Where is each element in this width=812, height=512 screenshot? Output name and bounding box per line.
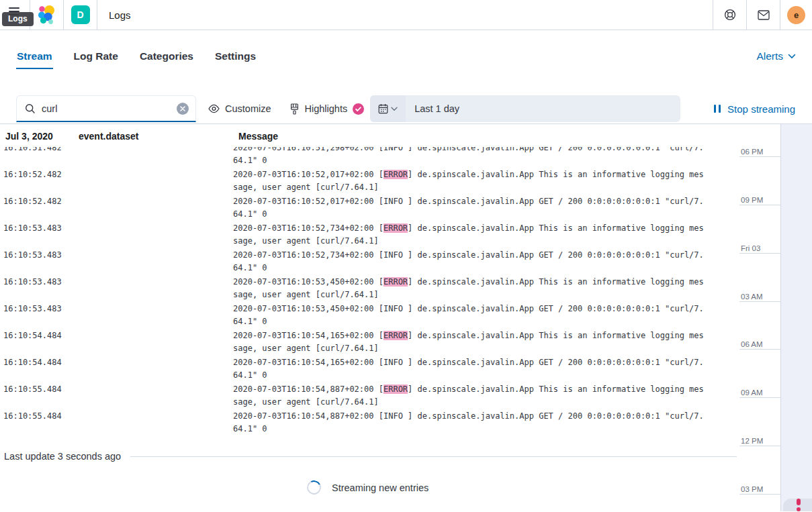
log-message: 2020-07-03T16:10:54,887+02:00 [INFO ] de… <box>233 410 706 436</box>
chevron-down-icon <box>391 107 398 111</box>
calendar-dropdown-button[interactable] <box>370 95 406 122</box>
log-row[interactable]: 16:10:55.4842020-07-03T16:10:54,887+02:0… <box>0 382 737 409</box>
envelope-icon <box>758 10 770 20</box>
clear-search-button[interactable] <box>177 103 189 115</box>
log-message: 2020-07-03T16:10:52,734+02:00 [ERROR] de… <box>233 222 706 248</box>
time-tick-label: 09 AM <box>739 389 780 397</box>
tab-settings[interactable]: Settings <box>214 49 257 69</box>
time-tick: 03 PM <box>739 485 780 495</box>
newsfeed-button[interactable] <box>747 0 780 30</box>
log-row[interactable]: 16:10:55.4842020-07-03T16:10:54,887+02:0… <box>0 409 737 436</box>
minimap-density-mark <box>797 507 801 511</box>
time-tick-line <box>739 301 780 302</box>
highlights-button[interactable]: Highlights <box>289 95 365 122</box>
tab-stream[interactable]: Stream <box>16 49 53 69</box>
log-message: 2020-07-03T16:10:52,734+02:00 [INFO ] de… <box>233 249 706 274</box>
log-level: INFO <box>384 358 408 367</box>
menu-tooltip: Logs <box>2 12 34 26</box>
time-tick: 09 PM <box>739 196 780 205</box>
minimap-panel[interactable] <box>780 124 812 511</box>
time-tick-label: 03 AM <box>739 293 780 301</box>
log-row[interactable]: 16:10:54.4842020-07-03T16:10:54,165+02:0… <box>0 328 737 355</box>
user-avatar[interactable]: e <box>787 6 805 24</box>
time-tick-line <box>739 349 780 350</box>
time-tick-label: 06 PM <box>739 148 780 156</box>
log-row[interactable]: 16:10:53.4832020-07-03T16:10:53,450+02:0… <box>0 274 737 301</box>
time-tick-line <box>739 494 780 495</box>
toolbar: Customize Highlights <box>0 79 812 124</box>
time-tick-label: 06 AM <box>739 340 780 348</box>
help-button[interactable] <box>713 0 746 30</box>
time-tick-label: 12 PM <box>739 437 780 445</box>
time-tick-label: 03 PM <box>739 485 780 493</box>
page-title: Logs <box>109 9 131 21</box>
loading-spinner-icon <box>305 478 322 496</box>
streaming-label: Streaming new entries <box>332 482 428 493</box>
search-icon <box>25 103 36 114</box>
column-header-event-dataset[interactable]: event.dataset <box>79 131 138 142</box>
log-row[interactable]: 16:10:53.4832020-07-03T16:10:53,450+02:0… <box>0 301 737 328</box>
log-row[interactable]: 16:10:54.4842020-07-03T16:10:54,165+02:0… <box>0 355 737 382</box>
time-tick: 03 AM <box>739 293 780 302</box>
log-timestamp: 16:10:53.483 <box>3 249 62 262</box>
log-row[interactable]: 16:10:53.4832020-07-03T16:10:52,734+02:0… <box>0 248 737 274</box>
alerts-label: Alerts <box>756 50 783 62</box>
log-level: INFO <box>384 304 408 313</box>
time-tick: 06 PM <box>739 148 780 157</box>
log-level: INFO <box>384 197 408 206</box>
highlights-label: Highlights <box>305 103 348 114</box>
streaming-indicator: Streaming new entries <box>307 480 428 495</box>
log-timestamp: 16:10:54.484 <box>3 356 62 369</box>
log-row[interactable]: 16:10:52.4822020-07-03T16:10:52,017+02:0… <box>0 167 737 194</box>
column-header-date[interactable]: Jul 3, 2020 <box>5 131 53 142</box>
log-timestamp: 16:10:55.484 <box>3 383 62 396</box>
log-timestamp: 16:10:54.484 <box>3 329 62 342</box>
time-axis: 06 PM09 PMFri 0303 AM06 AM09 AM12 PM03 P… <box>737 124 812 511</box>
log-level-error-highlight: ERROR <box>384 385 408 394</box>
time-tick: 12 PM <box>739 437 780 446</box>
time-tick: 09 AM <box>739 389 780 398</box>
alerts-button[interactable]: Alerts <box>756 50 796 68</box>
search-box <box>16 95 196 122</box>
tabs-bar: Stream Log Rate Categories Settings Aler… <box>0 30 812 79</box>
column-header-message[interactable]: Message <box>238 131 278 142</box>
search-input[interactable] <box>42 103 177 114</box>
log-row[interactable]: 16:10:52.4822020-07-03T16:10:52,017+02:0… <box>0 194 737 221</box>
deployment-badge[interactable]: D <box>71 5 90 24</box>
eye-icon <box>208 104 220 113</box>
pause-icon <box>713 104 721 113</box>
log-timestamp: 16:10:53.483 <box>3 276 62 289</box>
chevron-down-icon <box>788 54 796 59</box>
tab-log-rate[interactable]: Log Rate <box>73 49 119 69</box>
log-timestamp: 16:10:52.482 <box>3 168 62 181</box>
highlights-enabled-badge <box>353 103 364 115</box>
log-rows: 16:10:51.4822020-07-03T16:10:51,298+02:0… <box>0 140 737 436</box>
time-tick-label: 09 PM <box>739 196 780 204</box>
calendar-icon <box>378 103 388 114</box>
tab-categories[interactable]: Categories <box>139 49 194 69</box>
log-level-error-highlight: ERROR <box>384 223 408 233</box>
last-update-text: Last update 3 seconds ago <box>4 451 121 462</box>
elastic-logo[interactable] <box>38 5 56 24</box>
log-level-error-highlight: ERROR <box>384 331 408 340</box>
time-tick-line <box>739 156 780 157</box>
time-tick-label: Fri 03 <box>739 244 780 252</box>
log-message: 2020-07-03T16:10:54,887+02:00 [ERROR] de… <box>233 383 706 409</box>
time-tick-line <box>739 205 780 205</box>
log-message: 2020-07-03T16:10:53,450+02:00 [ERROR] de… <box>233 276 706 301</box>
log-row[interactable]: 16:10:53.4832020-07-03T16:10:52,734+02:0… <box>0 221 737 248</box>
table-header: Jul 3, 2020 event.dataset Message <box>0 124 737 147</box>
log-message: 2020-07-03T16:10:53,450+02:00 [INFO ] de… <box>233 303 706 328</box>
brush-icon <box>289 103 300 115</box>
log-stream: 16:10:51.4822020-07-03T16:10:51,298+02:0… <box>0 124 812 511</box>
log-timestamp: 16:10:52.482 <box>3 195 62 208</box>
time-tick: Fri 03 <box>739 244 780 254</box>
top-header: Logs D Logs <box>0 0 812 30</box>
time-range-picker[interactable]: Last 1 day <box>370 95 680 122</box>
customize-button[interactable]: Customize <box>208 95 271 122</box>
time-range-value[interactable]: Last 1 day <box>406 103 459 114</box>
log-message: 2020-07-03T16:10:54,165+02:00 [ERROR] de… <box>233 329 706 355</box>
customize-label: Customize <box>225 103 271 114</box>
last-update-row: Last update 3 seconds ago <box>4 451 737 462</box>
stop-streaming-button[interactable]: Stop streaming <box>713 95 796 122</box>
